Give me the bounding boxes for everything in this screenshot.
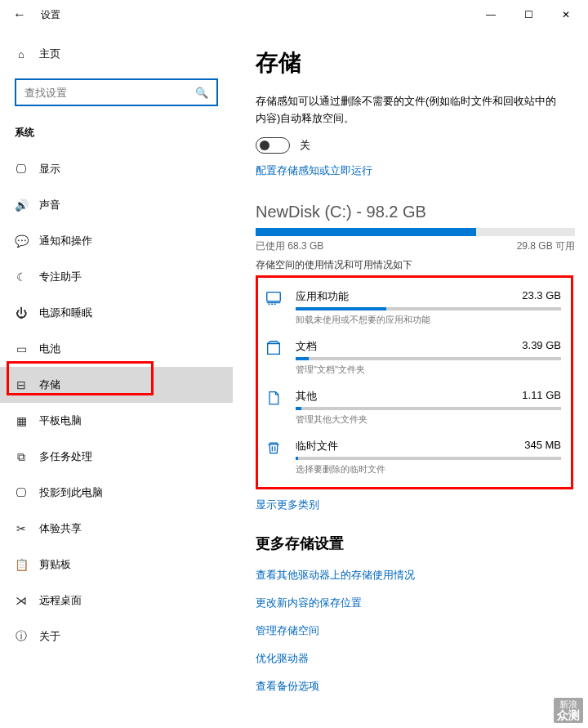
search-input-wrap[interactable]: 🔍: [15, 78, 218, 106]
nav-label: 存储: [39, 377, 60, 392]
close-button[interactable]: ✕: [547, 2, 585, 28]
category-title: 应用和功能: [296, 289, 349, 304]
category-size: 345 MB: [524, 439, 561, 453]
category-row[interactable]: 临时文件345 MB选择要删除的临时文件: [261, 434, 563, 484]
watermark: 新浪 众测: [554, 698, 583, 723]
settings-link[interactable]: 查看备份选项: [256, 679, 575, 694]
category-bar: [296, 307, 561, 310]
content: 存储 存储感知可以通过删除不需要的文件(例如临时文件和回收站中的内容)自动释放空…: [233, 29, 588, 728]
home-icon: ⌂: [15, 47, 28, 60]
sidebar-item-3[interactable]: ☾专注助手: [0, 259, 233, 295]
nav-label: 显示: [39, 162, 60, 176]
sidebar: ⌂ 主页 🔍 系统 🖵显示🔊声音💬通知和操作☾专注助手⏻电源和睡眠▭电池⊟存储▦…: [0, 29, 233, 728]
nav-icon: 🔊: [15, 199, 28, 212]
sidebar-group-label: 系统: [0, 121, 233, 151]
sidebar-item-8[interactable]: ⧉多任务处理: [0, 439, 233, 475]
temp-icon: [263, 439, 284, 460]
category-row[interactable]: 文档3.39 GB管理"文档"文件夹: [261, 334, 563, 384]
categories-highlight: 应用和功能23.3 GB卸载未使用或不想要的应用和功能文档3.39 GB管理"文…: [256, 275, 573, 489]
nav-icon: ⋊: [15, 594, 28, 607]
sidebar-item-2[interactable]: 💬通知和操作: [0, 223, 233, 259]
disk-used-label: 已使用 68.3 GB: [256, 239, 323, 253]
window-titlebar: ← 设置 — ☐ ✕: [0, 0, 588, 29]
nav-icon: 🖵: [15, 163, 28, 176]
settings-link[interactable]: 更改新内容的保存位置: [256, 596, 575, 610]
nav-label: 多任务处理: [39, 449, 92, 464]
docs-icon: [263, 339, 284, 360]
disk-detail-line: 存储空间的使用情况和可用情况如下: [256, 258, 575, 272]
home-label: 主页: [39, 47, 60, 61]
nav-icon: 📋: [15, 558, 28, 571]
configure-link[interactable]: 配置存储感知或立即运行: [256, 163, 575, 178]
disk-title: NewDisk (C:) - 98.2 GB: [256, 203, 575, 221]
sidebar-item-5[interactable]: ▭电池: [0, 331, 233, 367]
back-button[interactable]: ←: [3, 7, 36, 22]
category-row[interactable]: 其他1.11 GB管理其他大文件夹: [261, 384, 563, 434]
sidebar-item-6[interactable]: ⊟存储: [0, 367, 233, 403]
category-bar: [296, 357, 561, 360]
nav-label: 平板电脑: [39, 413, 82, 428]
nav-icon: ☾: [15, 270, 28, 284]
show-more-categories[interactable]: 显示更多类别: [256, 498, 575, 512]
nav-label: 电池: [39, 342, 60, 356]
nav-label: 投影到此电脑: [39, 485, 103, 500]
page-heading: 存储: [256, 47, 575, 78]
apps-icon: [263, 289, 284, 310]
nav-icon: ▦: [15, 414, 28, 427]
sidebar-item-12[interactable]: ⋊远程桌面: [0, 583, 233, 619]
maximize-button[interactable]: ☐: [510, 2, 547, 28]
sidebar-item-13[interactable]: ⓘ关于: [0, 619, 233, 654]
nav-label: 专注助手: [39, 270, 82, 284]
sidebar-item-7[interactable]: ▦平板电脑: [0, 403, 233, 439]
nav-icon: ✂: [15, 522, 28, 535]
category-sub: 卸载未使用或不想要的应用和功能: [296, 314, 561, 326]
category-row[interactable]: 应用和功能23.3 GB卸载未使用或不想要的应用和功能: [261, 284, 563, 334]
nav-icon: 🖵: [15, 486, 28, 499]
svg-rect-0: [267, 292, 281, 301]
category-sub: 选择要删除的临时文件: [296, 463, 561, 476]
search-input[interactable]: [24, 87, 195, 99]
nav-icon: ⧉: [15, 450, 28, 463]
category-sub: 管理"文档"文件夹: [296, 364, 561, 376]
search-icon: 🔍: [195, 87, 208, 99]
storage-sense-toggle[interactable]: [256, 137, 290, 154]
nav-label: 关于: [39, 629, 60, 644]
category-bar: [296, 457, 561, 460]
sidebar-home[interactable]: ⌂ 主页: [0, 38, 233, 70]
category-size: 23.3 GB: [522, 289, 561, 304]
category-title: 文档: [296, 339, 317, 354]
nav-icon: ⏻: [15, 306, 28, 319]
sidebar-item-4[interactable]: ⏻电源和睡眠: [0, 295, 233, 331]
window-title: 设置: [41, 8, 60, 22]
category-size: 1.11 GB: [522, 389, 561, 404]
nav-icon: ⓘ: [15, 630, 28, 643]
sidebar-item-1[interactable]: 🔊声音: [0, 187, 233, 223]
category-title: 其他: [296, 389, 317, 404]
nav-label: 剪贴板: [39, 557, 71, 572]
other-icon: [263, 389, 284, 410]
storage-sense-desc: 存储感知可以通过删除不需要的文件(例如临时文件和回收站中的内容)自动释放空间。: [256, 93, 567, 127]
settings-link[interactable]: 优化驱动器: [256, 651, 575, 666]
nav-label: 体验共享: [39, 521, 82, 536]
sidebar-item-10[interactable]: ✂体验共享: [0, 511, 233, 547]
more-settings-heading: 更多存储设置: [256, 534, 575, 553]
nav-label: 声音: [39, 198, 60, 212]
category-size: 3.39 GB: [522, 339, 561, 354]
disk-usage-bar: [256, 228, 575, 236]
nav-icon: ⊟: [15, 378, 28, 391]
sidebar-item-9[interactable]: 🖵投影到此电脑: [0, 475, 233, 511]
minimize-button[interactable]: —: [472, 2, 510, 28]
category-title: 临时文件: [296, 439, 338, 453]
nav-icon: ▭: [15, 342, 28, 355]
sidebar-item-11[interactable]: 📋剪贴板: [0, 547, 233, 583]
settings-link[interactable]: 查看其他驱动器上的存储使用情况: [256, 568, 575, 583]
nav-label: 远程桌面: [39, 593, 82, 608]
nav-label: 电源和睡眠: [39, 306, 92, 320]
category-bar: [296, 407, 561, 410]
nav-icon: 💬: [15, 234, 28, 248]
toggle-label: 关: [300, 138, 310, 153]
nav-label: 通知和操作: [39, 234, 92, 248]
sidebar-item-0[interactable]: 🖵显示: [0, 151, 233, 187]
category-sub: 管理其他大文件夹: [296, 413, 561, 426]
settings-link[interactable]: 管理存储空间: [256, 623, 575, 638]
